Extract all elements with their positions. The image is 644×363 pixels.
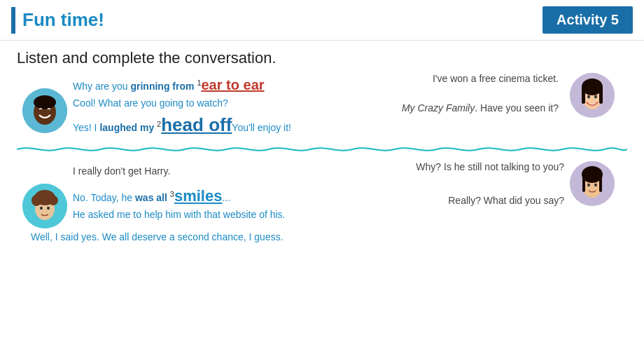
- conv1-right-block: I've won a free cinema ticket. My Crazy …: [402, 73, 615, 118]
- svg-point-9: [594, 95, 597, 99]
- conv2-right-line1: Why? Is he still not talking to you?: [416, 161, 564, 172]
- avatar-male2: [22, 184, 67, 228]
- conv1-right-side: I've won a free cinema ticket. My Crazy …: [402, 73, 622, 118]
- have-you-seen: . Have you seen it?: [475, 102, 559, 114]
- conv2-right-speeches: Why? Is he still not talking to you? Rea…: [416, 161, 564, 206]
- conv2-right-block: Why? Is he still not talking to you? Rea…: [416, 161, 615, 206]
- svg-point-16: [47, 207, 50, 210]
- svg-point-22: [587, 184, 590, 186]
- avatar-female1: [570, 73, 615, 118]
- svg-rect-6: [582, 87, 585, 104]
- page-header: Fun time! Activity 5: [0, 0, 644, 41]
- svg-point-14: [48, 196, 58, 205]
- svg-point-8: [587, 95, 590, 99]
- avatar-male1: [22, 88, 67, 133]
- svg-point-2: [34, 95, 56, 109]
- conv2-left-side: I really don't get Harry. No. Today, he …: [22, 161, 416, 228]
- laughed-text: laughed my: [99, 122, 157, 133]
- conv1-line2: Cool! What are you going to watch?: [73, 97, 291, 109]
- conv2-line2-left: No. Today, he was all 3smiles...: [73, 187, 285, 205]
- grinning-text: grinning from: [130, 81, 197, 92]
- conv2-bottom-line: Well, I said yes. We all deserve a secon…: [17, 231, 627, 242]
- svg-rect-21: [599, 174, 602, 192]
- activity-badge: Activity 5: [542, 6, 633, 34]
- conv1-right-speeches: I've won a free cinema ticket. My Crazy …: [402, 73, 559, 114]
- accent-bar: [11, 7, 15, 34]
- svg-rect-7: [599, 87, 603, 104]
- conv2-left-bubbles: I really don't get Harry. No. Today, he …: [73, 161, 285, 220]
- was-all-text: was all: [135, 192, 170, 203]
- conversation-1: Why are you grinning from 1ear to ear Co…: [17, 73, 627, 136]
- conv1-left-bubbles: Why are you grinning from 1ear to ear Co…: [73, 73, 291, 136]
- svg-point-23: [594, 184, 597, 186]
- page-title: Fun time!: [22, 9, 542, 31]
- conv1-right-line1: I've won a free cinema ticket.: [402, 73, 559, 84]
- conv2-right-line2: Really? What did you say?: [416, 195, 564, 206]
- svg-point-13: [31, 195, 41, 206]
- wave-divider: [17, 143, 627, 156]
- ear-to-ear-highlight: ear to ear: [202, 77, 265, 93]
- main-content: Why are you grinning from 1ear to ear Co…: [0, 73, 644, 242]
- conv1-right-line2: My Crazy Family. Have you seen it?: [402, 102, 559, 114]
- conv2-line3-left: He asked me to help him with that websit…: [73, 209, 285, 220]
- conv1-left-side: Why are you grinning from 1ear to ear Co…: [22, 73, 402, 136]
- instruction-text: Listen and complete the conversation.: [0, 41, 644, 73]
- avatar-female2: [570, 161, 615, 206]
- conv2-line1-left: I really don't get Harry.: [73, 165, 285, 177]
- conversation-2: I really don't get Harry. No. Today, he …: [17, 161, 627, 228]
- head-off-highlight: head off: [161, 114, 232, 135]
- svg-rect-20: [582, 174, 585, 192]
- svg-point-15: [40, 207, 43, 210]
- movie-title: My Crazy Family: [402, 102, 475, 114]
- smiles-highlight: smiles: [174, 187, 223, 205]
- conv2-right-side: Why? Is he still not talking to you? Rea…: [416, 161, 622, 206]
- conv1-line3: Yes! I laughed my 2head offYou'll enjoy …: [73, 114, 291, 136]
- conv1-line1: Why are you grinning from 1ear to ear: [73, 77, 291, 93]
